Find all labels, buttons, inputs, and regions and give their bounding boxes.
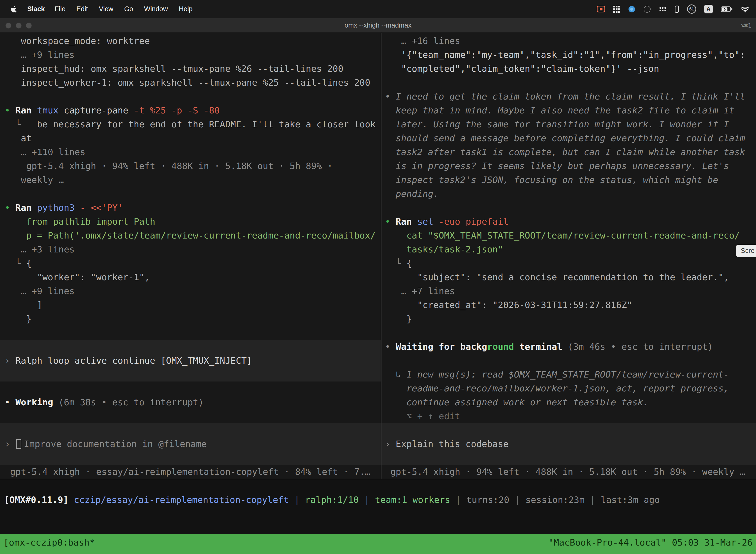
terminal-line: pending.	[381, 187, 756, 201]
terminal-line: tasks/task-2.json"	[381, 242, 756, 257]
suggestion-explain-codebase[interactable]: › Explain this codebase	[381, 423, 756, 465]
tmux-pane-right[interactable]: … +16 lines '{"team_name":"my-team","tas…	[381, 33, 756, 479]
terminal-line: … +16 lines	[381, 34, 756, 48]
text-run: [OMX#0.11.9]	[4, 495, 74, 505]
text-run: •	[5, 397, 15, 407]
terminal-line	[381, 201, 756, 215]
text-run: team:1 workers	[375, 495, 450, 505]
terminal-line: is in progress? It seems likely but perh…	[381, 159, 756, 173]
battery-icon[interactable]	[721, 6, 733, 12]
input-source-letter: A	[706, 6, 711, 13]
omx-status-line: [OMX#0.11.9] cczip/essay/ai-reimplementa…	[0, 479, 756, 507]
menu-item-view[interactable]: View	[99, 5, 113, 13]
phone-icon[interactable]	[675, 5, 679, 13]
text-run: gpt-5.4 xhigh · 94% left · 488K in · 5.1…	[385, 466, 745, 477]
text-run: -t %25 -p -S -80	[134, 105, 220, 115]
input-source-icon[interactable]: A	[704, 5, 713, 13]
dots-grid-icon[interactable]	[659, 6, 667, 12]
terminal-line: should send a message before completing …	[381, 131, 756, 145]
text-run: pending.	[385, 189, 439, 199]
text-run: capture-pane	[64, 105, 134, 115]
text-run: •	[385, 216, 396, 227]
text-run: "worker": "worker-1",	[5, 272, 150, 282]
text-run: cat "$OMX_TEAM_STATE_ROOT/team/review-cu…	[385, 230, 740, 240]
text-run: terminal	[514, 341, 568, 352]
terminal-line: inspect_hud: omx sparkshell --tmux-pane …	[0, 62, 381, 76]
text-run: be necessary for the end of the README. …	[37, 119, 376, 129]
menu-bar-left: Slack FileEditViewGoWindowHelp	[0, 5, 192, 13]
wifi-icon[interactable]	[741, 6, 750, 13]
text-run: └	[5, 119, 37, 129]
terminal-line: … +7 lines	[381, 284, 756, 298]
text-run: I need to get the claim token from the c…	[396, 91, 745, 102]
screen-share-tooltip[interactable]: Scre	[736, 245, 756, 257]
text-run: inspect_hud: omx sparkshell --tmux-pane …	[5, 63, 343, 74]
screen-recording-icon[interactable]	[597, 6, 605, 12]
text-run: ›	[385, 437, 396, 451]
text-run: •	[385, 341, 396, 352]
terminal-line	[0, 187, 381, 201]
omx-hud: [OMX#0.11.9] cczip/essay/ai-reimplementa…	[0, 479, 756, 534]
text-run: inspect task2's JSON, focusing on the st…	[385, 175, 718, 185]
window-title-bar[interactable]: omx --xhigh --madmax ⌥⌘1	[0, 18, 756, 33]
zoom-button[interactable]	[26, 22, 32, 29]
text-run: - <<'PY'	[80, 203, 123, 213]
thinking-text: • I need to get the claim token from the…	[381, 90, 756, 104]
text-run: ↳	[385, 369, 406, 380]
text-run: ›	[5, 354, 15, 368]
terminal-line: task2 after task1 is complete, but can I…	[381, 145, 756, 159]
terminal-line: "completed","claim_token":"claim-token"}…	[381, 62, 756, 76]
terminal-line	[381, 76, 756, 90]
window-title: omx --xhigh --madmax	[0, 21, 756, 29]
dark-app-icon[interactable]	[643, 5, 651, 13]
text-run: Improve documentation in @filename	[24, 437, 207, 451]
text-run: -euo pipefail	[439, 216, 509, 227]
tmux-pane-left[interactable]: workspace_mode: worktree … +9 lines insp…	[0, 33, 381, 479]
text-run: ›	[5, 437, 15, 451]
text-run: Working	[15, 397, 58, 407]
ralph-loop-banner: › Ralph loop active continue [OMX_TMUX_I…	[0, 340, 381, 382]
prompt-input[interactable]: › Improve documentation in @filename	[0, 423, 381, 465]
blue-app-icon[interactable]	[628, 5, 635, 13]
text-run: ralph:1/10	[305, 495, 359, 505]
menu-item-edit[interactable]: Edit	[76, 5, 88, 13]
text-run: tasks/task-2.json"	[385, 244, 503, 255]
run-command-python: • Ran python3 - <<'PY'	[0, 201, 381, 215]
desktop: Slack FileEditViewGoWindowHelp 61 A	[0, 0, 756, 554]
terminal-line: }	[381, 312, 756, 326]
battery-percent-gauge[interactable]: 61	[687, 4, 696, 14]
mailbox-notice: ↳ 1 new msg(s): read $OMX_TEAM_STATE_ROO…	[381, 368, 756, 382]
terminal-line: … +110 lines	[0, 145, 381, 159]
text-run: "subject": "send a concise recommendatio…	[385, 272, 729, 282]
text-run: }	[5, 314, 32, 324]
menu-item-go[interactable]: Go	[124, 5, 133, 13]
text-run: {	[406, 258, 412, 268]
menu-item-help[interactable]: Help	[179, 5, 193, 13]
menu-item-file[interactable]: File	[55, 5, 66, 13]
text-run: cczip/essay/ai-reimplementation-copyleft	[74, 495, 289, 505]
menu-item-window[interactable]: Window	[144, 5, 168, 13]
tmux-session-window: [omx-cczip0:bash*	[3, 537, 95, 548]
terminal-line: "created_at": "2026-03-31T11:59:27.816Z"	[381, 298, 756, 312]
input-cursor	[16, 439, 21, 449]
apple-menu[interactable]	[11, 5, 17, 13]
minimize-button[interactable]	[16, 22, 21, 29]
text-run: … +7 lines	[385, 286, 455, 296]
terminal-line: inspect_worker-1: omx sparkshell --tmux-…	[0, 76, 381, 90]
terminal-line: └ {	[0, 257, 381, 270]
text-run: Ralph loop active continue [OMX_TMUX_INJ…	[15, 354, 252, 368]
text-run: (3m 46s • esc to interrupt)	[568, 341, 713, 352]
terminal-line: └ {	[381, 257, 756, 270]
traffic-lights	[0, 22, 32, 29]
terminal-content: workspace_mode: worktree … +9 lines insp…	[0, 33, 756, 479]
app-menu-slack[interactable]: Slack	[27, 5, 45, 13]
text-run: "created_at": "2026-03-31T11:59:27.816Z"	[385, 300, 632, 310]
grid-app-icon[interactable]	[613, 6, 620, 13]
text-run: Explain this codebase	[396, 437, 508, 451]
text-run: Ran	[396, 216, 417, 227]
text-run: |	[450, 495, 466, 505]
text-run: gpt-5.4 xhigh · 94% left · 488K in · 5.1…	[5, 161, 333, 171]
text-run: •	[5, 105, 15, 115]
close-button[interactable]	[5, 22, 11, 29]
tmux-host-clock: "MacBook-Pro-44.local" 05:03 31-Mar-26	[548, 537, 753, 548]
